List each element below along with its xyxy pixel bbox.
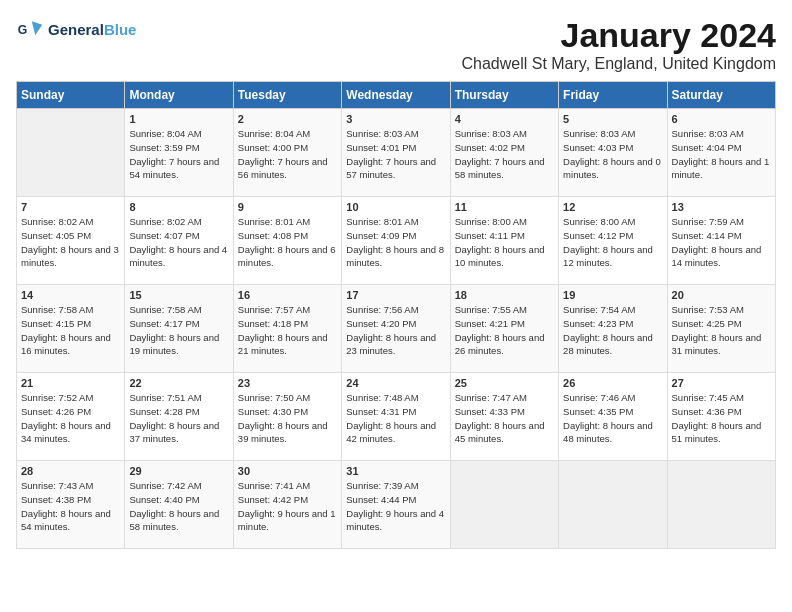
day-cell: 12 Sunrise: 8:00 AM Sunset: 4:12 PM Dayl… — [559, 197, 667, 285]
sunrise-label: Sunrise: 8:02 AM — [129, 216, 201, 227]
day-cell: 20 Sunrise: 7:53 AM Sunset: 4:25 PM Dayl… — [667, 285, 775, 373]
day-number: 5 — [563, 113, 662, 125]
daylight-label: Daylight: 8 hours and 58 minutes. — [129, 508, 219, 533]
header-day-friday: Friday — [559, 82, 667, 109]
location-subtitle: Chadwell St Mary, England, United Kingdo… — [461, 55, 776, 73]
day-cell: 5 Sunrise: 8:03 AM Sunset: 4:03 PM Dayli… — [559, 109, 667, 197]
day-cell: 4 Sunrise: 8:03 AM Sunset: 4:02 PM Dayli… — [450, 109, 558, 197]
day-cell — [450, 461, 558, 549]
daylight-label: Daylight: 8 hours and 0 minutes. — [563, 156, 661, 181]
day-cell: 8 Sunrise: 8:02 AM Sunset: 4:07 PM Dayli… — [125, 197, 233, 285]
daylight-label: Daylight: 7 hours and 58 minutes. — [455, 156, 545, 181]
day-info: Sunrise: 7:59 AM Sunset: 4:14 PM Dayligh… — [672, 215, 771, 270]
day-cell: 3 Sunrise: 8:03 AM Sunset: 4:01 PM Dayli… — [342, 109, 450, 197]
day-info: Sunrise: 8:03 AM Sunset: 4:04 PM Dayligh… — [672, 127, 771, 182]
day-cell — [559, 461, 667, 549]
day-number: 6 — [672, 113, 771, 125]
sunset-label: Sunset: 4:14 PM — [672, 230, 742, 241]
sunrise-label: Sunrise: 7:59 AM — [672, 216, 744, 227]
sunset-label: Sunset: 4:07 PM — [129, 230, 199, 241]
day-number: 25 — [455, 377, 554, 389]
sunset-label: Sunset: 4:18 PM — [238, 318, 308, 329]
day-cell: 18 Sunrise: 7:55 AM Sunset: 4:21 PM Dayl… — [450, 285, 558, 373]
day-info: Sunrise: 7:47 AM Sunset: 4:33 PM Dayligh… — [455, 391, 554, 446]
day-info: Sunrise: 7:48 AM Sunset: 4:31 PM Dayligh… — [346, 391, 445, 446]
daylight-label: Daylight: 8 hours and 6 minutes. — [238, 244, 336, 269]
sunrise-label: Sunrise: 7:50 AM — [238, 392, 310, 403]
day-number: 18 — [455, 289, 554, 301]
sunrise-label: Sunrise: 7:39 AM — [346, 480, 418, 491]
sunset-label: Sunset: 4:05 PM — [21, 230, 91, 241]
day-number: 31 — [346, 465, 445, 477]
day-number: 3 — [346, 113, 445, 125]
day-cell: 30 Sunrise: 7:41 AM Sunset: 4:42 PM Dayl… — [233, 461, 341, 549]
month-title: January 2024 — [461, 16, 776, 55]
day-info: Sunrise: 7:57 AM Sunset: 4:18 PM Dayligh… — [238, 303, 337, 358]
day-info: Sunrise: 8:02 AM Sunset: 4:07 PM Dayligh… — [129, 215, 228, 270]
sunset-label: Sunset: 4:33 PM — [455, 406, 525, 417]
day-number: 1 — [129, 113, 228, 125]
sunset-label: Sunset: 4:25 PM — [672, 318, 742, 329]
day-info: Sunrise: 7:41 AM Sunset: 4:42 PM Dayligh… — [238, 479, 337, 534]
day-cell: 1 Sunrise: 8:04 AM Sunset: 3:59 PM Dayli… — [125, 109, 233, 197]
daylight-label: Daylight: 7 hours and 54 minutes. — [129, 156, 219, 181]
day-cell: 15 Sunrise: 7:58 AM Sunset: 4:17 PM Dayl… — [125, 285, 233, 373]
sunrise-label: Sunrise: 8:02 AM — [21, 216, 93, 227]
sunrise-label: Sunrise: 8:03 AM — [563, 128, 635, 139]
logo-line1: General — [48, 21, 104, 38]
header-row: SundayMondayTuesdayWednesdayThursdayFrid… — [17, 82, 776, 109]
day-info: Sunrise: 8:03 AM Sunset: 4:03 PM Dayligh… — [563, 127, 662, 182]
sunrise-label: Sunrise: 7:52 AM — [21, 392, 93, 403]
daylight-label: Daylight: 8 hours and 31 minutes. — [672, 332, 762, 357]
sunset-label: Sunset: 4:00 PM — [238, 142, 308, 153]
sunrise-label: Sunrise: 8:04 AM — [238, 128, 310, 139]
day-info: Sunrise: 8:03 AM Sunset: 4:01 PM Dayligh… — [346, 127, 445, 182]
daylight-label: Daylight: 8 hours and 28 minutes. — [563, 332, 653, 357]
day-info: Sunrise: 8:04 AM Sunset: 4:00 PM Dayligh… — [238, 127, 337, 182]
sunrise-label: Sunrise: 7:48 AM — [346, 392, 418, 403]
day-number: 13 — [672, 201, 771, 213]
week-row-4: 21 Sunrise: 7:52 AM Sunset: 4:26 PM Dayl… — [17, 373, 776, 461]
sunrise-label: Sunrise: 7:42 AM — [129, 480, 201, 491]
day-info: Sunrise: 7:52 AM Sunset: 4:26 PM Dayligh… — [21, 391, 120, 446]
sunrise-label: Sunrise: 8:04 AM — [129, 128, 201, 139]
day-number: 20 — [672, 289, 771, 301]
day-cell: 16 Sunrise: 7:57 AM Sunset: 4:18 PM Dayl… — [233, 285, 341, 373]
sunset-label: Sunset: 4:26 PM — [21, 406, 91, 417]
day-cell: 23 Sunrise: 7:50 AM Sunset: 4:30 PM Dayl… — [233, 373, 341, 461]
daylight-label: Daylight: 9 hours and 1 minute. — [238, 508, 336, 533]
day-cell: 22 Sunrise: 7:51 AM Sunset: 4:28 PM Dayl… — [125, 373, 233, 461]
day-info: Sunrise: 7:58 AM Sunset: 4:17 PM Dayligh… — [129, 303, 228, 358]
day-number: 12 — [563, 201, 662, 213]
day-cell — [17, 109, 125, 197]
sunrise-label: Sunrise: 7:45 AM — [672, 392, 744, 403]
daylight-label: Daylight: 7 hours and 57 minutes. — [346, 156, 436, 181]
day-cell: 27 Sunrise: 7:45 AM Sunset: 4:36 PM Dayl… — [667, 373, 775, 461]
sunset-label: Sunset: 4:03 PM — [563, 142, 633, 153]
day-info: Sunrise: 8:01 AM Sunset: 4:08 PM Dayligh… — [238, 215, 337, 270]
sunset-label: Sunset: 4:23 PM — [563, 318, 633, 329]
sunrise-label: Sunrise: 8:01 AM — [238, 216, 310, 227]
day-info: Sunrise: 7:55 AM Sunset: 4:21 PM Dayligh… — [455, 303, 554, 358]
header-day-tuesday: Tuesday — [233, 82, 341, 109]
daylight-label: Daylight: 8 hours and 54 minutes. — [21, 508, 111, 533]
sunrise-label: Sunrise: 8:00 AM — [563, 216, 635, 227]
day-cell: 24 Sunrise: 7:48 AM Sunset: 4:31 PM Dayl… — [342, 373, 450, 461]
daylight-label: Daylight: 8 hours and 4 minutes. — [129, 244, 227, 269]
day-info: Sunrise: 7:43 AM Sunset: 4:38 PM Dayligh… — [21, 479, 120, 534]
day-cell: 6 Sunrise: 8:03 AM Sunset: 4:04 PM Dayli… — [667, 109, 775, 197]
day-info: Sunrise: 7:53 AM Sunset: 4:25 PM Dayligh… — [672, 303, 771, 358]
sunset-label: Sunset: 4:01 PM — [346, 142, 416, 153]
sunset-label: Sunset: 4:21 PM — [455, 318, 525, 329]
day-cell: 21 Sunrise: 7:52 AM Sunset: 4:26 PM Dayl… — [17, 373, 125, 461]
day-info: Sunrise: 7:58 AM Sunset: 4:15 PM Dayligh… — [21, 303, 120, 358]
sunset-label: Sunset: 4:42 PM — [238, 494, 308, 505]
day-cell: 11 Sunrise: 8:00 AM Sunset: 4:11 PM Dayl… — [450, 197, 558, 285]
day-cell: 31 Sunrise: 7:39 AM Sunset: 4:44 PM Dayl… — [342, 461, 450, 549]
day-info: Sunrise: 7:46 AM Sunset: 4:35 PM Dayligh… — [563, 391, 662, 446]
sunrise-label: Sunrise: 8:03 AM — [346, 128, 418, 139]
logo-line2: Blue — [104, 21, 137, 38]
daylight-label: Daylight: 8 hours and 1 minute. — [672, 156, 770, 181]
sunset-label: Sunset: 4:12 PM — [563, 230, 633, 241]
sunset-label: Sunset: 4:08 PM — [238, 230, 308, 241]
